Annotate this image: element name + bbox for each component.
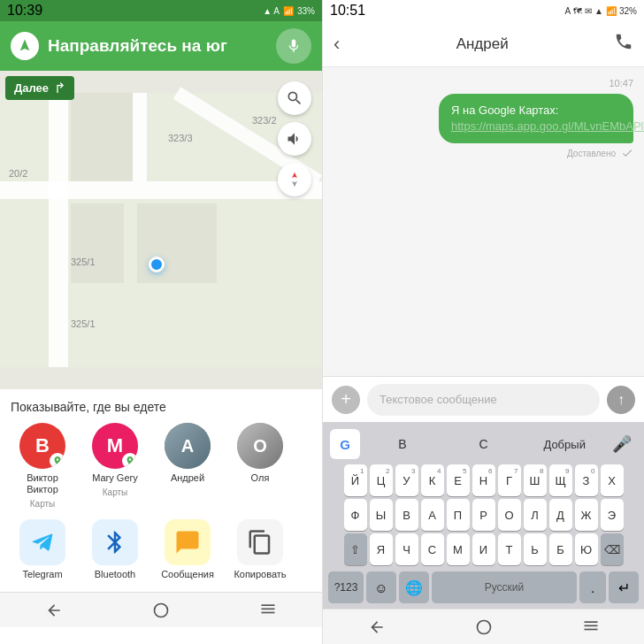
msg-icon-right: ✉ xyxy=(585,6,592,16)
globe-key[interactable]: 🌐 xyxy=(399,571,429,603)
contact-andrey[interactable]: А Андрей xyxy=(156,423,219,509)
attach-button[interactable]: + xyxy=(332,386,360,414)
key-з[interactable]: З0 xyxy=(575,464,598,496)
key-у[interactable]: У3 xyxy=(395,464,418,496)
key-ч[interactable]: Ч xyxy=(395,533,418,565)
wifi-right: 📶 xyxy=(606,6,617,16)
period-key[interactable]: . xyxy=(579,571,606,603)
app-messages[interactable]: Сообщения xyxy=(156,519,219,579)
key-м[interactable]: М xyxy=(447,533,470,565)
key-ц[interactable]: Ц2 xyxy=(370,464,393,496)
send-button[interactable]: ↑ xyxy=(607,386,635,414)
key-л[interactable]: Л xyxy=(524,499,547,531)
svg-text:323/3: 323/3 xyxy=(168,133,193,143)
key-и[interactable]: И xyxy=(472,533,495,565)
chat-contact-name: Андрей xyxy=(350,35,614,53)
map-compass-button[interactable] xyxy=(278,163,311,196)
key-г[interactable]: Г7 xyxy=(498,464,521,496)
message-bubble: Я на Google Картах: https://maps.app.goo… xyxy=(439,94,633,143)
recents-button-right[interactable] xyxy=(582,618,600,636)
key-ь[interactable]: Ь xyxy=(524,533,547,565)
signal-icon-left: ▲ A xyxy=(263,6,280,16)
key-щ[interactable]: Щ9 xyxy=(549,464,572,496)
status-icons-right: A 🗺 ✉ ▲ 📶 32% xyxy=(564,6,637,16)
key-р[interactable]: Р xyxy=(472,499,495,531)
contact-olya[interactable]: О Оля xyxy=(228,423,292,509)
key-в[interactable]: В xyxy=(395,499,418,531)
contact-avatar-andrey: А xyxy=(165,423,211,469)
key-ж[interactable]: Ж xyxy=(575,499,598,531)
suggestion-dobry[interactable]: Добрый xyxy=(525,429,603,459)
turn-icon: ↱ xyxy=(54,80,65,96)
svg-rect-22 xyxy=(584,628,597,630)
back-button-chat[interactable]: ‹ xyxy=(334,33,340,56)
mic-button[interactable] xyxy=(276,28,311,64)
key-с[interactable]: С xyxy=(421,533,444,565)
home-button-right[interactable] xyxy=(475,618,493,636)
number-key[interactable]: ?123 xyxy=(328,571,364,603)
svg-text:20/2: 20/2 xyxy=(9,168,27,179)
keyboard: G В С Добрый 🎤 Й1 Ц2 У3 К4 Е5 Н6 Г7 Ш8 Щ… xyxy=(323,422,644,609)
key-б[interactable]: Б xyxy=(549,533,572,565)
key-э[interactable]: Э xyxy=(601,499,624,531)
apps-row: Telegram Bluetooth Сообщения Копировать xyxy=(11,519,311,586)
map-area[interactable]: 323/2 323/3 325/1 325/1 20/2 Далее ↱ xyxy=(0,71,322,389)
svg-rect-17 xyxy=(262,608,275,610)
key-а[interactable]: А xyxy=(421,499,444,531)
suggestion-s[interactable]: С xyxy=(445,429,523,459)
key-я[interactable]: Я xyxy=(370,533,393,565)
time-right: 10:51 xyxy=(330,3,365,19)
app-copy[interactable]: Копировать xyxy=(228,519,292,579)
battery-icon-left: 33% xyxy=(297,6,315,16)
key-п[interactable]: П xyxy=(447,499,470,531)
signal-right: ▲ xyxy=(594,6,603,16)
right-panel: 10:51 A 🗺 ✉ ▲ 📶 32% ‹ Андрей 10:47 Я на … xyxy=(322,0,644,644)
home-button-left[interactable] xyxy=(152,602,170,619)
key-е[interactable]: Е5 xyxy=(447,464,470,496)
key-ы[interactable]: Ы xyxy=(370,499,393,531)
suggestion-b[interactable]: В xyxy=(364,429,441,459)
turn-label: Далее xyxy=(14,81,49,95)
app-bluetooth[interactable]: Bluetooth xyxy=(83,519,147,579)
key-о[interactable]: О xyxy=(498,499,521,531)
chat-messages[interactable]: 10:47 Я на Google Картах: https://maps.a… xyxy=(323,67,644,376)
contact-viktor[interactable]: В ВикторВиктор Карты xyxy=(11,423,74,509)
location-dot xyxy=(149,257,165,272)
contact-app-mary: Карты xyxy=(103,487,128,497)
keyboard-mic-button[interactable]: 🎤 xyxy=(607,429,637,459)
space-key[interactable]: Русский xyxy=(432,571,577,603)
back-button-left[interactable] xyxy=(45,602,63,619)
backspace-key[interactable]: ⌫ xyxy=(601,533,624,565)
compose-placeholder: Текстовое сообщение xyxy=(380,393,497,406)
key-х[interactable]: Х xyxy=(601,464,624,496)
svg-rect-20 xyxy=(584,621,597,623)
key-д[interactable]: Д xyxy=(549,499,572,531)
status-bar-left: 10:39 ▲ A 📶 33% xyxy=(0,0,322,21)
key-т[interactable]: Т xyxy=(498,533,521,565)
key-н[interactable]: Н6 xyxy=(472,464,495,496)
enter-key[interactable]: ↵ xyxy=(609,571,639,603)
call-button[interactable] xyxy=(614,32,633,56)
recents-button-left[interactable] xyxy=(259,602,277,619)
keyboard-row-1: Й1 Ц2 У3 К4 Е5 Н6 Г7 Ш8 Щ9 З0 Х xyxy=(328,464,639,496)
map-volume-button[interactable] xyxy=(278,122,311,156)
message-input[interactable]: Текстовое сообщение xyxy=(367,384,600,416)
shift-key[interactable]: ⇧ xyxy=(344,533,367,565)
key-ю[interactable]: Ю xyxy=(575,533,598,565)
contact-name-mary: Mary Gery xyxy=(92,472,137,484)
app-telegram[interactable]: Telegram xyxy=(11,519,74,579)
back-button-right[interactable] xyxy=(368,618,386,636)
key-ш[interactable]: Ш8 xyxy=(524,464,547,496)
google-key[interactable]: G xyxy=(330,429,360,459)
key-к[interactable]: К4 xyxy=(421,464,444,496)
key-ф[interactable]: Ф xyxy=(344,499,367,531)
map-search-button[interactable] xyxy=(278,81,311,115)
message-link[interactable]: https://maps.app.goo.gl/MLvnEMbAPlH.vr xyxy=(451,119,644,133)
contact-mary[interactable]: M Mary Gery Карты xyxy=(83,423,147,509)
svg-rect-2 xyxy=(49,93,68,367)
status-bar-right: 10:51 A 🗺 ✉ ▲ 📶 32% xyxy=(323,0,644,21)
key-й[interactable]: Й1 xyxy=(344,464,367,496)
app-label-copy: Копировать xyxy=(234,569,286,579)
emoji-key[interactable]: ☺ xyxy=(366,571,396,603)
telegram-icon xyxy=(19,519,65,565)
